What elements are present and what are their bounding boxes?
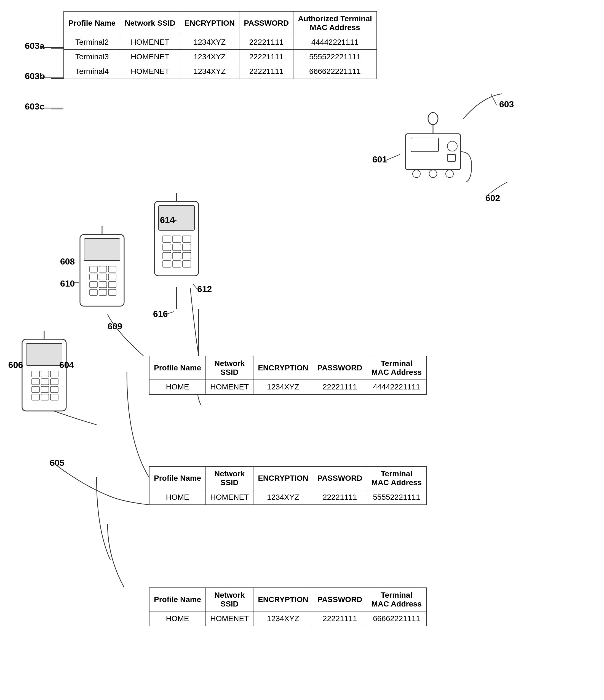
table-row: HOME HOMENET 1234XYZ 22221111 6666222111… bbox=[149, 611, 426, 626]
svg-rect-23 bbox=[41, 394, 49, 400]
top-header-encryption: ENCRYPTION bbox=[180, 11, 240, 35]
bot-header-mac: TerminalMAC Address bbox=[367, 588, 426, 611]
bot-header-password: PASSWORD bbox=[313, 588, 367, 611]
mid-header-ssid: NetworkSSID bbox=[206, 356, 253, 380]
svg-rect-12 bbox=[26, 343, 62, 366]
cell: HOMENET bbox=[120, 50, 180, 64]
svg-rect-56 bbox=[182, 260, 191, 267]
table-row: Terminal3 HOMENET 1234XYZ 22221111 55552… bbox=[64, 50, 377, 64]
lower-table-container: Profile Name NetworkSSID ENCRYPTION PASS… bbox=[149, 466, 427, 505]
mid-header-profile: Profile Name bbox=[149, 356, 206, 380]
svg-rect-37 bbox=[108, 282, 116, 288]
label-608: 608 bbox=[60, 256, 75, 267]
label-614: 614 bbox=[160, 215, 175, 225]
svg-rect-40 bbox=[108, 289, 116, 295]
bot-header-ssid: NetworkSSID bbox=[206, 588, 253, 611]
cell: 1234XYZ bbox=[180, 35, 240, 50]
svg-rect-21 bbox=[50, 386, 58, 393]
svg-point-6 bbox=[412, 170, 420, 178]
middle-table-container: Profile Name NetworkSSID ENCRYPTION PASS… bbox=[149, 356, 427, 395]
svg-rect-16 bbox=[32, 379, 40, 385]
cell: 44442221111 bbox=[294, 35, 377, 50]
cell: HOMENET bbox=[206, 380, 253, 395]
cell: 1234XYZ bbox=[253, 380, 313, 395]
table-row: Terminal4 HOMENET 1234XYZ 22221111 66662… bbox=[64, 64, 377, 79]
svg-rect-22 bbox=[32, 394, 40, 400]
label-616: 616 bbox=[153, 309, 168, 319]
cell: Terminal2 bbox=[64, 35, 120, 50]
cell: HOME bbox=[149, 611, 206, 626]
label-601: 601 bbox=[372, 154, 387, 165]
phone-604 bbox=[17, 331, 72, 420]
svg-rect-17 bbox=[41, 379, 49, 385]
svg-rect-45 bbox=[163, 236, 171, 243]
svg-rect-35 bbox=[90, 282, 97, 288]
svg-rect-53 bbox=[182, 252, 191, 259]
cell: 22221111 bbox=[313, 490, 367, 505]
cell: 666622221111 bbox=[294, 64, 377, 79]
low-header-ssid: NetworkSSID bbox=[206, 467, 253, 490]
cell: 44442221111 bbox=[367, 380, 426, 395]
cell: HOME bbox=[149, 490, 206, 505]
low-header-password: PASSWORD bbox=[313, 467, 367, 490]
svg-point-0 bbox=[428, 112, 438, 125]
cell: 1234XYZ bbox=[180, 64, 240, 79]
svg-rect-52 bbox=[173, 252, 181, 259]
phone-608 bbox=[74, 226, 130, 316]
middle-table: Profile Name NetworkSSID ENCRYPTION PASS… bbox=[149, 356, 427, 395]
cell: 55552221111 bbox=[367, 490, 426, 505]
cell: HOMENET bbox=[206, 611, 253, 626]
cell: 22221111 bbox=[240, 35, 294, 50]
label-605: 605 bbox=[50, 458, 64, 468]
svg-rect-48 bbox=[163, 244, 171, 251]
svg-rect-30 bbox=[99, 266, 107, 272]
cell: 1234XYZ bbox=[253, 490, 313, 505]
label-603a: 603a bbox=[25, 41, 44, 51]
cell: 22221111 bbox=[240, 50, 294, 64]
cell: 22221111 bbox=[240, 64, 294, 79]
svg-rect-38 bbox=[90, 289, 97, 295]
bottom-table-container: Profile Name NetworkSSID ENCRYPTION PASS… bbox=[149, 588, 427, 626]
svg-rect-24 bbox=[50, 394, 58, 400]
cell: HOME bbox=[149, 380, 206, 395]
svg-rect-55 bbox=[173, 260, 181, 267]
label-603: 603 bbox=[499, 99, 514, 109]
svg-rect-46 bbox=[173, 236, 181, 243]
cell: HOMENET bbox=[120, 35, 180, 50]
low-header-encryption: ENCRYPTION bbox=[253, 467, 313, 490]
top-header-ssid: Network SSID bbox=[120, 11, 180, 35]
cell: 1234XYZ bbox=[180, 50, 240, 64]
svg-point-4 bbox=[447, 141, 457, 151]
top-table-container: Profile Name Network SSID ENCRYPTION PAS… bbox=[64, 11, 377, 79]
svg-rect-5 bbox=[447, 154, 456, 161]
cell: Terminal3 bbox=[64, 50, 120, 64]
svg-point-8 bbox=[446, 170, 453, 178]
cell: HOMENET bbox=[120, 64, 180, 79]
svg-rect-13 bbox=[32, 371, 40, 377]
cell: HOMENET bbox=[206, 490, 253, 505]
cell: 22221111 bbox=[313, 611, 367, 626]
svg-rect-50 bbox=[182, 244, 191, 251]
svg-rect-39 bbox=[99, 289, 107, 295]
svg-rect-36 bbox=[99, 282, 107, 288]
top-table: Profile Name Network SSID ENCRYPTION PAS… bbox=[64, 11, 377, 79]
svg-rect-29 bbox=[90, 266, 97, 272]
label-602: 602 bbox=[485, 193, 500, 203]
label-604: 604 bbox=[59, 360, 74, 370]
table-row: HOME HOMENET 1234XYZ 22221111 5555222111… bbox=[149, 490, 426, 505]
svg-rect-51 bbox=[163, 252, 171, 259]
svg-rect-34 bbox=[108, 274, 116, 280]
cell: Terminal4 bbox=[64, 64, 120, 79]
svg-rect-14 bbox=[41, 371, 49, 377]
label-612: 612 bbox=[197, 284, 212, 294]
svg-rect-32 bbox=[90, 274, 97, 280]
cell: 22221111 bbox=[313, 380, 367, 395]
svg-point-7 bbox=[429, 170, 437, 178]
mid-header-encryption: ENCRYPTION bbox=[253, 356, 313, 380]
mid-header-mac: TerminalMAC Address bbox=[367, 356, 426, 380]
bot-header-profile: Profile Name bbox=[149, 588, 206, 611]
top-header-mac: Authorized TerminalMAC Address bbox=[294, 11, 377, 35]
table-row: HOME HOMENET 1234XYZ 22221111 4444222111… bbox=[149, 380, 426, 395]
top-header-password: PASSWORD bbox=[240, 11, 294, 35]
svg-rect-3 bbox=[411, 138, 438, 152]
